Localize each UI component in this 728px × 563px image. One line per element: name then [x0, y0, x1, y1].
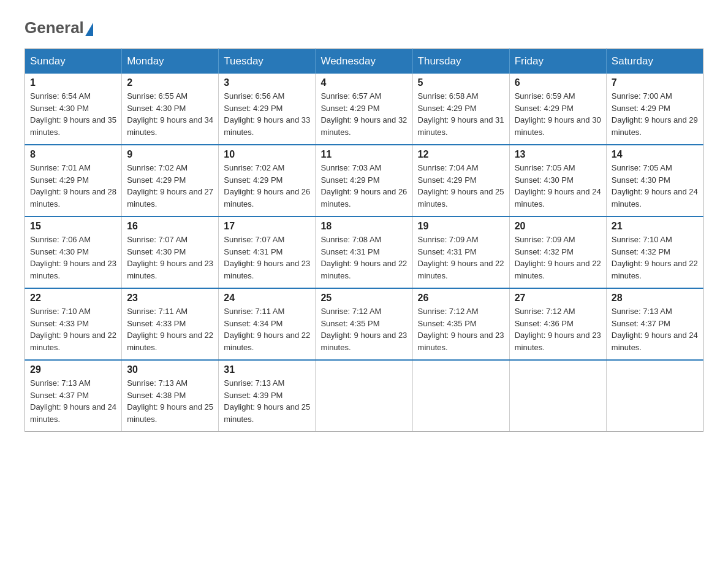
day-info: Sunrise: 7:13 AMSunset: 4:37 PMDaylight:…: [612, 307, 698, 352]
calendar-cell: 29 Sunrise: 7:13 AMSunset: 4:37 PMDaylig…: [25, 360, 122, 432]
day-info: Sunrise: 7:01 AMSunset: 4:29 PMDaylight:…: [30, 163, 116, 209]
day-info: Sunrise: 7:11 AMSunset: 4:33 PMDaylight:…: [127, 307, 213, 352]
day-info: Sunrise: 7:00 AMSunset: 4:29 PMDaylight:…: [612, 91, 698, 137]
calendar-cell: 24 Sunrise: 7:11 AMSunset: 4:34 PMDaylig…: [219, 288, 316, 360]
calendar-cell: 31 Sunrise: 7:13 AMSunset: 4:39 PMDaylig…: [219, 360, 316, 432]
calendar-cell: 9 Sunrise: 7:02 AMSunset: 4:29 PMDayligh…: [122, 145, 219, 216]
day-number: 30: [127, 364, 213, 375]
calendar-cell: 30 Sunrise: 7:13 AMSunset: 4:38 PMDaylig…: [122, 360, 219, 432]
day-number: 17: [224, 221, 310, 232]
day-number: 8: [30, 149, 116, 160]
day-number: 15: [30, 221, 116, 232]
calendar-cell: 28 Sunrise: 7:13 AMSunset: 4:37 PMDaylig…: [606, 288, 703, 360]
day-info: Sunrise: 7:13 AMSunset: 4:39 PMDaylight:…: [224, 378, 310, 424]
logo-general-text: General: [25, 18, 84, 37]
day-number: 1: [30, 77, 116, 88]
day-info: Sunrise: 7:02 AMSunset: 4:29 PMDaylight:…: [224, 163, 310, 209]
day-info: Sunrise: 7:06 AMSunset: 4:30 PMDaylight:…: [30, 235, 116, 280]
day-info: Sunrise: 7:09 AMSunset: 4:31 PMDaylight:…: [418, 235, 504, 280]
calendar-week-row: 1 Sunrise: 6:54 AMSunset: 4:30 PMDayligh…: [25, 74, 703, 145]
calendar-cell: 10 Sunrise: 7:02 AMSunset: 4:29 PMDaylig…: [219, 145, 316, 216]
day-info: Sunrise: 6:57 AMSunset: 4:29 PMDaylight:…: [320, 91, 407, 137]
day-number: 13: [515, 149, 601, 160]
logo: General: [25, 18, 93, 36]
day-number: 23: [127, 293, 213, 304]
calendar-cell: 25 Sunrise: 7:12 AMSunset: 4:35 PMDaylig…: [316, 288, 412, 360]
day-info: Sunrise: 7:04 AMSunset: 4:29 PMDaylight:…: [418, 163, 504, 209]
weekday-header-tuesday: Tuesday: [219, 49, 316, 74]
day-number: 18: [320, 221, 407, 232]
calendar-cell: [316, 360, 412, 432]
day-info: Sunrise: 7:10 AMSunset: 4:33 PMDaylight:…: [30, 307, 116, 352]
calendar-cell: [606, 360, 703, 432]
weekday-header-saturday: Saturday: [606, 49, 703, 74]
day-number: 9: [127, 149, 213, 160]
calendar-cell: [509, 360, 606, 432]
weekday-header-monday: Monday: [122, 49, 219, 74]
day-info: Sunrise: 7:02 AMSunset: 4:29 PMDaylight:…: [127, 163, 213, 209]
day-info: Sunrise: 7:13 AMSunset: 4:37 PMDaylight:…: [30, 378, 116, 424]
calendar-week-row: 8 Sunrise: 7:01 AMSunset: 4:29 PMDayligh…: [25, 145, 703, 216]
day-info: Sunrise: 7:05 AMSunset: 4:30 PMDaylight:…: [515, 163, 601, 209]
day-info: Sunrise: 7:03 AMSunset: 4:29 PMDaylight:…: [320, 163, 407, 209]
day-info: Sunrise: 7:07 AMSunset: 4:31 PMDaylight:…: [224, 235, 310, 280]
day-number: 27: [515, 293, 601, 304]
day-number: 24: [224, 293, 310, 304]
calendar-cell: 14 Sunrise: 7:05 AMSunset: 4:30 PMDaylig…: [606, 145, 703, 216]
day-info: Sunrise: 7:08 AMSunset: 4:31 PMDaylight:…: [320, 235, 407, 280]
calendar-cell: 16 Sunrise: 7:07 AMSunset: 4:30 PMDaylig…: [122, 216, 219, 288]
day-number: 12: [418, 149, 504, 160]
logo-line1: General: [25, 18, 93, 37]
day-number: 5: [418, 77, 504, 88]
day-info: Sunrise: 7:12 AMSunset: 4:35 PMDaylight:…: [320, 307, 407, 352]
day-number: 6: [515, 77, 601, 88]
day-info: Sunrise: 7:12 AMSunset: 4:36 PMDaylight:…: [515, 307, 601, 352]
calendar-cell: 1 Sunrise: 6:54 AMSunset: 4:30 PMDayligh…: [25, 74, 122, 145]
calendar-cell: 5 Sunrise: 6:58 AMSunset: 4:29 PMDayligh…: [412, 74, 509, 145]
calendar-cell: 18 Sunrise: 7:08 AMSunset: 4:31 PMDaylig…: [316, 216, 412, 288]
calendar-cell: 7 Sunrise: 7:00 AMSunset: 4:29 PMDayligh…: [606, 74, 703, 145]
calendar-cell: 3 Sunrise: 6:56 AMSunset: 4:29 PMDayligh…: [219, 74, 316, 145]
calendar-week-row: 22 Sunrise: 7:10 AMSunset: 4:33 PMDaylig…: [25, 288, 703, 360]
day-info: Sunrise: 7:07 AMSunset: 4:30 PMDaylight:…: [127, 235, 213, 280]
calendar-cell: 23 Sunrise: 7:11 AMSunset: 4:33 PMDaylig…: [122, 288, 219, 360]
page-header: General: [25, 18, 703, 36]
day-number: 14: [612, 149, 698, 160]
weekday-header-thursday: Thursday: [412, 49, 509, 74]
day-info: Sunrise: 6:54 AMSunset: 4:30 PMDaylight:…: [30, 91, 116, 137]
day-info: Sunrise: 6:58 AMSunset: 4:29 PMDaylight:…: [418, 91, 504, 137]
calendar-cell: 26 Sunrise: 7:12 AMSunset: 4:35 PMDaylig…: [412, 288, 509, 360]
day-number: 19: [418, 221, 504, 232]
day-number: 31: [224, 364, 310, 375]
day-info: Sunrise: 7:13 AMSunset: 4:38 PMDaylight:…: [127, 378, 213, 424]
weekday-header-sunday: Sunday: [25, 49, 122, 74]
calendar-cell: 19 Sunrise: 7:09 AMSunset: 4:31 PMDaylig…: [412, 216, 509, 288]
day-info: Sunrise: 6:59 AMSunset: 4:29 PMDaylight:…: [515, 91, 601, 137]
day-number: 2: [127, 77, 213, 88]
calendar-cell: 27 Sunrise: 7:12 AMSunset: 4:36 PMDaylig…: [509, 288, 606, 360]
day-number: 29: [30, 364, 116, 375]
calendar-cell: 2 Sunrise: 6:55 AMSunset: 4:30 PMDayligh…: [122, 74, 219, 145]
day-number: 4: [320, 77, 407, 88]
logo-triangle-icon: [85, 23, 93, 36]
calendar-cell: 4 Sunrise: 6:57 AMSunset: 4:29 PMDayligh…: [316, 74, 412, 145]
calendar-week-row: 15 Sunrise: 7:06 AMSunset: 4:30 PMDaylig…: [25, 216, 703, 288]
calendar-cell: 17 Sunrise: 7:07 AMSunset: 4:31 PMDaylig…: [219, 216, 316, 288]
day-info: Sunrise: 6:56 AMSunset: 4:29 PMDaylight:…: [224, 91, 310, 137]
calendar-cell: 12 Sunrise: 7:04 AMSunset: 4:29 PMDaylig…: [412, 145, 509, 216]
calendar-table: SundayMondayTuesdayWednesdayThursdayFrid…: [25, 48, 703, 432]
day-number: 11: [320, 149, 407, 160]
day-number: 10: [224, 149, 310, 160]
day-number: 25: [320, 293, 407, 304]
weekday-header-wednesday: Wednesday: [316, 49, 412, 74]
calendar-cell: 21 Sunrise: 7:10 AMSunset: 4:32 PMDaylig…: [606, 216, 703, 288]
day-number: 3: [224, 77, 310, 88]
calendar-cell: 20 Sunrise: 7:09 AMSunset: 4:32 PMDaylig…: [509, 216, 606, 288]
day-info: Sunrise: 6:55 AMSunset: 4:30 PMDaylight:…: [127, 91, 213, 137]
weekday-header-friday: Friday: [509, 49, 606, 74]
calendar-cell: 15 Sunrise: 7:06 AMSunset: 4:30 PMDaylig…: [25, 216, 122, 288]
day-number: 20: [515, 221, 601, 232]
day-number: 16: [127, 221, 213, 232]
day-info: Sunrise: 7:10 AMSunset: 4:32 PMDaylight:…: [612, 235, 698, 280]
day-number: 21: [612, 221, 698, 232]
